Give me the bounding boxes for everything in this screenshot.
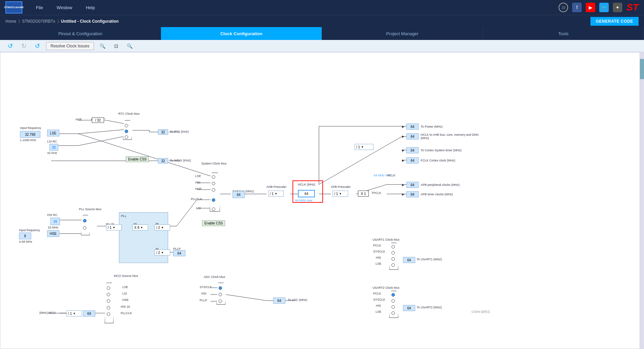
lsi-rc-freq: 32 KHz xyxy=(47,151,57,155)
hclk-ahb-row: ▶ 64 HCLK to AHB bus, core, memory and D… xyxy=(402,133,482,140)
breadcrumb-device[interactable]: STM32G070RBTx xyxy=(22,19,55,24)
mco-lsi-radio[interactable] xyxy=(107,293,110,296)
apb-prescaler-label: APB Prescaler xyxy=(331,185,351,189)
hse-top-label: HSE xyxy=(76,118,82,121)
menu-help[interactable]: Help xyxy=(86,5,95,10)
sysclk-lse-label: LSE xyxy=(195,174,201,178)
hsi-rc-value[interactable]: 16 xyxy=(51,218,60,225)
anniversary-icon: 10 xyxy=(559,3,568,12)
tab-tools[interactable]: Tools xyxy=(483,27,644,40)
sysclk-pll-radio[interactable] xyxy=(212,198,215,202)
usart2-hsi-radio[interactable] xyxy=(391,305,395,309)
undo-button[interactable]: ↺ xyxy=(5,41,15,51)
pllp-out-label: PLLP xyxy=(173,247,181,250)
rtc-lse-radio[interactable] xyxy=(125,124,128,127)
twitter-icon[interactable]: 🐦 xyxy=(599,3,609,12)
facebook-icon[interactable]: f xyxy=(572,3,582,12)
svg-line-40 xyxy=(177,200,197,226)
x1-box: X 1 xyxy=(358,191,369,197)
zoom-out-button[interactable]: 🔍 xyxy=(125,41,135,51)
lse-box[interactable]: LSE xyxy=(47,130,59,136)
lsi-rc-label: LSI RC xyxy=(47,140,57,143)
tab-clock[interactable]: Clock Configuration xyxy=(161,27,322,40)
apb-periph-row: ▶ 64 APB peripheral clocks (MHz) xyxy=(402,182,460,188)
hclk-ahb-value: 64 xyxy=(406,133,419,139)
pll-source-mux xyxy=(81,215,90,235)
menu-file[interactable]: File xyxy=(36,5,43,10)
mco-label: (MHz) MCO xyxy=(39,311,56,314)
breadcrumb-home[interactable]: Home xyxy=(5,19,16,24)
pll-hse-radio[interactable] xyxy=(83,226,86,230)
hse-pll-box[interactable]: HSE xyxy=(47,230,59,237)
usart2-label: To USART2 (MHz) xyxy=(417,306,442,309)
mco-hse-radio[interactable] xyxy=(107,299,110,303)
enable-css-top[interactable]: Enable CSS xyxy=(126,156,149,162)
adc-pllp-radio[interactable] xyxy=(219,300,222,303)
svg-line-5 xyxy=(78,136,124,146)
adc-sysclk-radio[interactable] xyxy=(219,286,222,290)
apb-timer-row: ▶ 64 APB timer clocks (MHz) xyxy=(402,191,453,197)
scrollbar-thumb[interactable] xyxy=(640,59,644,79)
tab-project[interactable]: Project Manager xyxy=(322,27,483,40)
cortex-div-dropdown[interactable]: / 1 xyxy=(355,144,374,150)
usart2-sysclk-label: SYSCLK xyxy=(373,298,385,301)
pll-hsi-radio[interactable] xyxy=(83,219,86,222)
pllr-dropdown[interactable]: / 2 xyxy=(155,224,170,231)
apb-periph-value: 64 xyxy=(406,182,419,188)
usart2-lse-radio[interactable] xyxy=(391,311,395,315)
input-freq2-value[interactable]: 8 xyxy=(19,233,31,239)
input-freq-value[interactable]: 32.768 xyxy=(20,131,40,138)
to-power-row: ▶ 64 To Power (MHz) xyxy=(402,124,443,130)
sysclk-hse-radio[interactable] xyxy=(212,188,215,192)
pllm-dropdown[interactable]: / 1 xyxy=(106,224,122,231)
sysclk-hsi-radio[interactable] xyxy=(212,182,215,185)
sysclk-lsi-radio[interactable] xyxy=(212,208,215,211)
tab-pinout[interactable]: Pinout & Configuration xyxy=(0,27,161,40)
generate-code-button[interactable]: GENERATE CODE xyxy=(590,17,639,26)
csdn-label: CSDN-@到立 xyxy=(471,310,490,314)
resolve-clock-button[interactable]: Resolve Clock Issues xyxy=(46,42,94,50)
to-iwdg-label: To IWDG (KHz) xyxy=(170,159,191,162)
sysclk-value[interactable]: 64 xyxy=(233,191,245,198)
rtc-hse-radio[interactable] xyxy=(125,135,128,139)
usart2-sysclk-radio[interactable] xyxy=(391,299,395,303)
sysclk-lse-radio[interactable] xyxy=(212,175,215,179)
usart1-pclk-radio[interactable] xyxy=(391,245,395,248)
redo-button[interactable]: ↻ xyxy=(19,41,28,51)
ahb-div-dropdown[interactable]: / 1 xyxy=(268,191,284,197)
zoom-in-button[interactable]: 🔍 xyxy=(98,41,107,51)
fit-button[interactable]: ⊡ xyxy=(112,41,121,51)
rtc-lsi-radio[interactable] xyxy=(125,130,128,133)
sysclk-lsi-label: LSI xyxy=(196,206,201,210)
plln-dropdown[interactable]: X 8 xyxy=(133,224,148,231)
cortex-timer-row: ▶ 64 To Cortex System timer (MHz) xyxy=(402,147,462,153)
usart1-lse-radio[interactable] xyxy=(391,263,395,267)
mco-hsi16-radio[interactable] xyxy=(107,306,110,309)
mco-pllclk-radio[interactable] xyxy=(107,312,110,316)
apb-div-dropdown[interactable]: / 1 xyxy=(333,191,348,197)
canvas-area[interactable]: Input frequency 32.768 1-1000 KHz LSE LS… xyxy=(0,52,640,349)
lsi-rc-value[interactable]: 32 xyxy=(49,144,58,151)
adc-hsi-radio[interactable] xyxy=(219,293,222,296)
usart1-value: 64 xyxy=(403,257,415,263)
hclk-label: HCLK (MHz) xyxy=(298,183,315,186)
mco-div-dropdown[interactable]: / 1 xyxy=(66,310,82,317)
hclk-value[interactable]: 64 xyxy=(298,190,315,197)
usart2-value: 64 xyxy=(403,305,415,311)
usart1-hsi-radio[interactable] xyxy=(391,257,395,261)
input-freq2-range: 4-48 MHz xyxy=(19,240,32,243)
usart2-pclk-radio[interactable] xyxy=(391,293,395,297)
adc-clock-mux-label: ADC Clock Mux xyxy=(204,275,225,279)
enable-css-bottom[interactable]: Enable CSS xyxy=(202,220,225,226)
mco-value: 64 xyxy=(83,310,95,317)
to-power-value: 64 xyxy=(406,124,419,130)
mco-lse-radio[interactable] xyxy=(107,286,110,290)
pllp-dropdown[interactable]: / 2 xyxy=(155,249,170,256)
scrollbar-right[interactable] xyxy=(640,52,644,349)
usart1-sysclk-radio[interactable] xyxy=(391,251,395,255)
youtube-icon[interactable]: ▶ xyxy=(586,3,595,12)
network-icon[interactable]: ✦ xyxy=(613,3,622,12)
menu-window[interactable]: Window xyxy=(57,5,72,10)
refresh-button[interactable]: ↺ xyxy=(33,41,42,51)
sysclk-pll-label: PLLCLK xyxy=(191,197,202,201)
